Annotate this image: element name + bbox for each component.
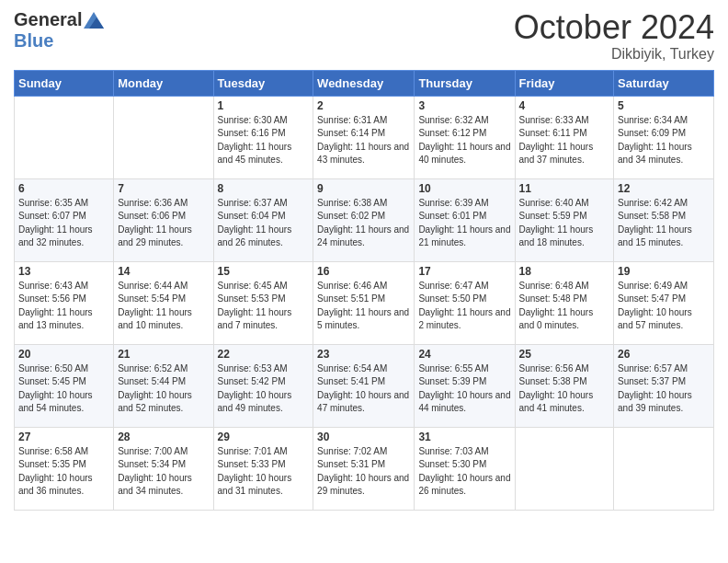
calendar-row: 1Sunrise: 6:30 AM Sunset: 6:16 PM Daylig… xyxy=(15,96,714,178)
day-number: 2 xyxy=(317,99,410,112)
calendar-cell: 23Sunrise: 6:54 AM Sunset: 5:41 PM Dayli… xyxy=(313,344,415,427)
day-number: 9 xyxy=(317,182,410,195)
calendar-cell: 3Sunrise: 6:32 AM Sunset: 6:12 PM Daylig… xyxy=(415,96,515,178)
calendar-cell: 27Sunrise: 6:58 AM Sunset: 5:35 PM Dayli… xyxy=(15,427,114,510)
calendar-cell: 19Sunrise: 6:49 AM Sunset: 5:47 PM Dayli… xyxy=(614,261,714,344)
day-info: Sunrise: 6:31 AM Sunset: 6:14 PM Dayligh… xyxy=(317,114,410,167)
day-info: Sunrise: 6:36 AM Sunset: 6:06 PM Dayligh… xyxy=(118,197,209,250)
day-number: 29 xyxy=(218,431,310,443)
calendar-cell: 16Sunrise: 6:46 AM Sunset: 5:51 PM Dayli… xyxy=(313,261,415,344)
calendar-cell: 13Sunrise: 6:43 AM Sunset: 5:56 PM Dayli… xyxy=(15,261,114,344)
day-number: 11 xyxy=(519,182,610,195)
calendar-cell: 5Sunrise: 6:34 AM Sunset: 6:09 PM Daylig… xyxy=(614,96,714,178)
day-info: Sunrise: 6:35 AM Sunset: 6:07 PM Dayligh… xyxy=(18,197,109,250)
day-number: 26 xyxy=(618,348,710,361)
day-info: Sunrise: 6:49 AM Sunset: 5:47 PM Dayligh… xyxy=(618,280,710,333)
day-info: Sunrise: 6:42 AM Sunset: 5:58 PM Dayligh… xyxy=(618,197,710,250)
month-title: October 2024 xyxy=(514,9,714,46)
calendar-row: 13Sunrise: 6:43 AM Sunset: 5:56 PM Dayli… xyxy=(15,261,714,344)
calendar-cell xyxy=(614,427,714,510)
weekday-header: Friday xyxy=(515,70,614,96)
calendar-cell: 18Sunrise: 6:48 AM Sunset: 5:48 PM Dayli… xyxy=(515,261,614,344)
calendar-row: 20Sunrise: 6:50 AM Sunset: 5:45 PM Dayli… xyxy=(15,344,714,427)
day-info: Sunrise: 6:54 AM Sunset: 5:41 PM Dayligh… xyxy=(317,362,410,416)
logo-blue-text: Blue xyxy=(14,30,53,51)
calendar-cell: 9Sunrise: 6:38 AM Sunset: 6:02 PM Daylig… xyxy=(313,178,415,261)
day-number: 31 xyxy=(418,431,510,443)
day-info: Sunrise: 6:32 AM Sunset: 6:12 PM Dayligh… xyxy=(418,114,510,167)
location: Dikbiyik, Turkey xyxy=(514,46,714,63)
calendar-cell: 2Sunrise: 6:31 AM Sunset: 6:14 PM Daylig… xyxy=(313,96,415,178)
calendar-cell: 12Sunrise: 6:42 AM Sunset: 5:58 PM Dayli… xyxy=(614,178,714,261)
day-info: Sunrise: 6:53 AM Sunset: 5:42 PM Dayligh… xyxy=(218,362,310,416)
day-number: 25 xyxy=(519,348,610,361)
calendar-cell xyxy=(515,427,614,510)
day-number: 19 xyxy=(618,265,710,278)
day-info: Sunrise: 7:01 AM Sunset: 5:33 PM Dayligh… xyxy=(218,445,310,499)
calendar-cell: 28Sunrise: 7:00 AM Sunset: 5:34 PM Dayli… xyxy=(114,427,213,510)
day-info: Sunrise: 6:57 AM Sunset: 5:37 PM Dayligh… xyxy=(618,362,710,416)
day-info: Sunrise: 6:47 AM Sunset: 5:50 PM Dayligh… xyxy=(418,280,510,333)
calendar-cell: 20Sunrise: 6:50 AM Sunset: 5:45 PM Dayli… xyxy=(15,344,114,427)
day-number: 7 xyxy=(118,182,209,195)
day-number: 23 xyxy=(317,348,410,361)
weekday-header: Wednesday xyxy=(313,70,415,96)
day-number: 13 xyxy=(18,265,109,278)
header: General Blue October 2024 Dikbiyik, Turk… xyxy=(14,9,714,63)
calendar-cell: 4Sunrise: 6:33 AM Sunset: 6:11 PM Daylig… xyxy=(515,96,614,178)
day-info: Sunrise: 6:33 AM Sunset: 6:11 PM Dayligh… xyxy=(519,114,610,167)
day-info: Sunrise: 7:03 AM Sunset: 5:30 PM Dayligh… xyxy=(418,445,510,499)
day-info: Sunrise: 6:55 AM Sunset: 5:39 PM Dayligh… xyxy=(418,362,510,416)
day-info: Sunrise: 6:43 AM Sunset: 5:56 PM Dayligh… xyxy=(18,280,109,333)
day-info: Sunrise: 6:50 AM Sunset: 5:45 PM Dayligh… xyxy=(18,362,109,416)
day-number: 17 xyxy=(418,265,510,278)
logo-general-text: General xyxy=(14,9,82,30)
day-number: 28 xyxy=(118,431,209,443)
day-number: 12 xyxy=(618,182,710,195)
calendar-cell: 30Sunrise: 7:02 AM Sunset: 5:31 PM Dayli… xyxy=(313,427,415,510)
day-info: Sunrise: 6:37 AM Sunset: 6:04 PM Dayligh… xyxy=(218,197,310,250)
day-number: 8 xyxy=(218,182,310,195)
day-info: Sunrise: 6:52 AM Sunset: 5:44 PM Dayligh… xyxy=(118,362,209,416)
day-number: 15 xyxy=(218,265,310,278)
weekday-header: Tuesday xyxy=(213,70,313,96)
day-number: 6 xyxy=(18,182,109,195)
calendar-cell: 10Sunrise: 6:39 AM Sunset: 6:01 PM Dayli… xyxy=(415,178,515,261)
day-info: Sunrise: 6:34 AM Sunset: 6:09 PM Dayligh… xyxy=(618,114,710,167)
calendar-row: 6Sunrise: 6:35 AM Sunset: 6:07 PM Daylig… xyxy=(15,178,714,261)
logo-icon xyxy=(84,12,104,29)
day-number: 4 xyxy=(519,99,610,112)
logo: General Blue xyxy=(14,9,104,52)
day-info: Sunrise: 7:02 AM Sunset: 5:31 PM Dayligh… xyxy=(317,445,410,499)
calendar-row: 27Sunrise: 6:58 AM Sunset: 5:35 PM Dayli… xyxy=(15,427,714,510)
calendar-cell: 8Sunrise: 6:37 AM Sunset: 6:04 PM Daylig… xyxy=(213,178,313,261)
day-number: 18 xyxy=(519,265,610,278)
day-number: 22 xyxy=(218,348,310,361)
day-number: 14 xyxy=(118,265,209,278)
day-number: 5 xyxy=(618,99,710,112)
calendar-header-row: SundayMondayTuesdayWednesdayThursdayFrid… xyxy=(15,70,714,96)
day-number: 27 xyxy=(18,431,109,443)
calendar-cell: 6Sunrise: 6:35 AM Sunset: 6:07 PM Daylig… xyxy=(15,178,114,261)
day-number: 10 xyxy=(418,182,510,195)
day-info: Sunrise: 6:48 AM Sunset: 5:48 PM Dayligh… xyxy=(519,280,610,333)
day-number: 21 xyxy=(118,348,209,361)
calendar-table: SundayMondayTuesdayWednesdayThursdayFrid… xyxy=(14,70,714,511)
weekday-header: Saturday xyxy=(614,70,714,96)
calendar-cell xyxy=(114,96,213,178)
day-number: 3 xyxy=(418,99,510,112)
day-info: Sunrise: 6:39 AM Sunset: 6:01 PM Dayligh… xyxy=(418,197,510,250)
title-block: October 2024 Dikbiyik, Turkey xyxy=(514,9,714,63)
calendar-cell: 14Sunrise: 6:44 AM Sunset: 5:54 PM Dayli… xyxy=(114,261,213,344)
day-info: Sunrise: 6:56 AM Sunset: 5:38 PM Dayligh… xyxy=(519,362,610,416)
calendar-cell xyxy=(15,96,114,178)
day-number: 16 xyxy=(317,265,410,278)
day-info: Sunrise: 6:58 AM Sunset: 5:35 PM Dayligh… xyxy=(18,445,109,499)
calendar-cell: 21Sunrise: 6:52 AM Sunset: 5:44 PM Dayli… xyxy=(114,344,213,427)
day-number: 30 xyxy=(317,431,410,443)
calendar-cell: 1Sunrise: 6:30 AM Sunset: 6:16 PM Daylig… xyxy=(213,96,313,178)
page: General Blue October 2024 Dikbiyik, Turk… xyxy=(0,0,728,524)
day-info: Sunrise: 6:45 AM Sunset: 5:53 PM Dayligh… xyxy=(218,280,310,333)
day-info: Sunrise: 6:38 AM Sunset: 6:02 PM Dayligh… xyxy=(317,197,410,250)
calendar-cell: 7Sunrise: 6:36 AM Sunset: 6:06 PM Daylig… xyxy=(114,178,213,261)
